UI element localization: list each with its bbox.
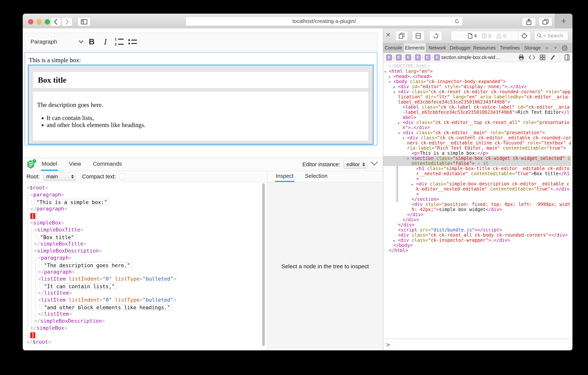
zoom-window-button[interactable]: [45, 19, 50, 24]
model-tree-line[interactable]: </simpleBoxTitle>: [23, 240, 267, 247]
dom-tree-line[interactable]: <p>This is a simple box:</p>: [383, 151, 571, 156]
intro-paragraph[interactable]: This is a simple box:: [29, 57, 377, 64]
devtools-tab-timelines[interactable]: Timelines: [497, 43, 523, 53]
dom-tree-line[interactable]: </body>: [383, 243, 571, 248]
bold-button[interactable]: B: [86, 36, 97, 47]
model-tree-line[interactable]: </paragraph>: [23, 205, 267, 212]
print-styles-icon[interactable]: [518, 55, 524, 60]
source-code-icon[interactable]: [529, 55, 535, 60]
editor-editable-area[interactable]: This is a simple box: Box title The desc…: [25, 52, 377, 145]
model-tree-line[interactable]: <$root>: [23, 184, 267, 191]
breadcrumb-current[interactable]: section.simple-box.ck-wid…: [441, 55, 500, 60]
model-tree-line[interactable]: "It can contain lists,": [23, 282, 267, 289]
inspector-tab-model[interactable]: Model: [41, 158, 58, 171]
disclosure-expanded-icon[interactable]: ▼: [398, 131, 400, 136]
italic-button[interactable]: I: [100, 36, 111, 47]
model-tree-line[interactable]: "and other block elements like headings.…: [23, 303, 267, 310]
model-tree-line[interactable]: "This is a simple box:": [23, 198, 267, 205]
dom-tree-line[interactable]: </div>: [383, 212, 571, 217]
compact-text-checkbox[interactable]: [119, 174, 126, 179]
model-tree-line[interactable]: <simpleBoxTitle>: [23, 226, 267, 233]
inspector-side-tab-selection[interactable]: Selection: [304, 171, 328, 182]
box-title-text[interactable]: Box title: [38, 76, 66, 85]
devtools-new-tab-button[interactable]: +: [551, 43, 560, 53]
model-tree-line[interactable]: ]: [23, 331, 267, 338]
issues-summary-button[interactable]: 4 0 0: [451, 31, 523, 41]
disclosure-expanded-icon[interactable]: ▼: [384, 69, 386, 74]
dom-tree-line[interactable]: ▼<body class="ck-inspector-body-expanded…: [383, 79, 571, 84]
dom-tree-line[interactable]: ▼<div class="ck ck-reset ck-editor ck-ro…: [383, 89, 571, 105]
dom-tree-line[interactable]: ▶<div class="ck ck-editor__top ck-reset_…: [383, 120, 571, 130]
dom-tree-line[interactable]: ▼<div class="ck ck-content ck-editor__ed…: [383, 135, 571, 151]
disclosure-expanded-icon[interactable]: ▼: [393, 90, 395, 95]
model-tree-scrollbar[interactable]: [262, 183, 265, 346]
inspector-collapse-button[interactable]: [370, 161, 378, 166]
simple-box-title-area[interactable]: Box title: [33, 72, 369, 88]
grid-overlay-icon[interactable]: [540, 55, 545, 60]
inspector-panel-divider[interactable]: [267, 171, 267, 350]
model-tree-line[interactable]: <listItem listIndent="0" listType="bulle…: [23, 296, 267, 303]
model-tree-line[interactable]: <paragraph>: [23, 254, 267, 261]
inspector-tab-commands[interactable]: Commands: [92, 158, 123, 171]
box-list-item[interactable]: and other block elements like headings.: [47, 121, 368, 129]
dom-tree-line[interactable]: ▼<div class="ck ck-editor__main" role="p…: [383, 130, 571, 135]
model-tree-line[interactable]: </simpleBoxDescription>: [23, 317, 267, 324]
disclosure-expanded-icon[interactable]: ▼: [407, 156, 409, 161]
dom-tree-line[interactable]: ▼<section class="simple-box ck-widget ck…: [383, 156, 571, 166]
devtools-tab-storage[interactable]: Storage: [523, 43, 542, 53]
new-tab-button[interactable]: +: [561, 16, 567, 25]
dom-tree-line[interactable]: ▶<div class="ck-inspector-wrapper">…</di…: [383, 238, 571, 243]
bulleted-list-button[interactable]: [127, 36, 138, 47]
inspector-tab-view[interactable]: View: [68, 158, 82, 171]
dom-tree-line[interactable]: ▶<head>…</head>: [383, 74, 571, 79]
model-tree-line[interactable]: <simpleBox>: [23, 219, 267, 226]
dom-tree-line[interactable]: </html>: [383, 248, 571, 253]
disclosure-expanded-icon[interactable]: ▼: [389, 79, 391, 85]
close-window-button[interactable]: [28, 19, 33, 24]
dom-tree-line[interactable]: <div class="ck ck-reset_all ck-body ck-r…: [383, 233, 571, 238]
devtools-tab-console[interactable]: Console: [383, 43, 404, 53]
dom-tree-line[interactable]: ▶<div id="editor" style="display: none;"…: [383, 84, 571, 89]
model-tree-line[interactable]: <listItem listIndent="0" listType="bulle…: [23, 275, 267, 282]
model-tree-line[interactable]: [: [23, 212, 267, 219]
model-tree-line[interactable]: <simpleBoxDescription>: [23, 247, 267, 254]
dom-tree-line[interactable]: <div style="position: fixed; top: 0px; l…: [383, 202, 571, 212]
model-tree-line[interactable]: "Box title": [23, 233, 267, 240]
details-sidebar-toggle-icon[interactable]: [565, 55, 569, 60]
dom-tree-line[interactable]: <h1 class="simple-box-title ck-editor__e…: [383, 166, 571, 181]
back-button[interactable]: [50, 17, 61, 26]
dom-tree-line[interactable]: <!DOCTYPE html>: [383, 64, 571, 69]
disclosure-collapsed-icon[interactable]: ▶: [393, 85, 395, 90]
model-tree-line[interactable]: </paragraph>: [23, 268, 267, 275]
breadcrumb-badge[interactable]: E: [434, 55, 440, 60]
devtools-tab-debugger[interactable]: Debugger: [449, 43, 472, 53]
dom-tree-line[interactable]: </div>: [383, 217, 571, 222]
dom-tree-line[interactable]: </section>: [383, 197, 571, 202]
model-tree-line[interactable]: "The description goes here.": [23, 261, 267, 268]
devtools-tab-resources[interactable]: Resources: [472, 43, 497, 53]
root-select[interactable]: main: [43, 172, 76, 181]
page-reload-button[interactable]: [454, 19, 460, 24]
devtools-tabs-overflow-button[interactable]: »: [542, 43, 551, 53]
devtools-close-button[interactable]: ×: [386, 31, 390, 38]
simple-box-widget[interactable]: Box title The description goes here. It …: [28, 65, 374, 145]
disclosure-collapsed-icon[interactable]: ▶: [412, 182, 414, 187]
share-button[interactable]: [522, 17, 536, 26]
dock-bottom-button[interactable]: [412, 31, 425, 41]
box-list-item[interactable]: It can contain lists,: [47, 114, 368, 121]
dom-tree-line[interactable]: ▶<div class="simple-box-description ck-e…: [383, 181, 571, 197]
element-picker-button[interactable]: [518, 31, 531, 41]
dock-side-button[interactable]: [395, 31, 408, 41]
minimize-window-button[interactable]: [36, 19, 42, 24]
breadcrumb-badge[interactable]: E: [405, 55, 411, 60]
devtools-reload-button[interactable]: [430, 31, 442, 41]
dom-tree-line[interactable]: </div>: [383, 222, 571, 228]
sidebar-toggle-button[interactable]: [78, 17, 91, 26]
model-tree-line[interactable]: </$root>: [23, 338, 267, 345]
quick-console[interactable]: >: [383, 339, 572, 350]
breadcrumb-badge[interactable]: E: [396, 55, 402, 60]
disclosure-collapsed-icon[interactable]: ▶: [398, 120, 400, 125]
paintbrush-icon[interactable]: [550, 55, 555, 60]
model-tree-line[interactable]: </simpleBox>: [23, 324, 267, 331]
editor-instance-select[interactable]: editor: [343, 160, 367, 169]
